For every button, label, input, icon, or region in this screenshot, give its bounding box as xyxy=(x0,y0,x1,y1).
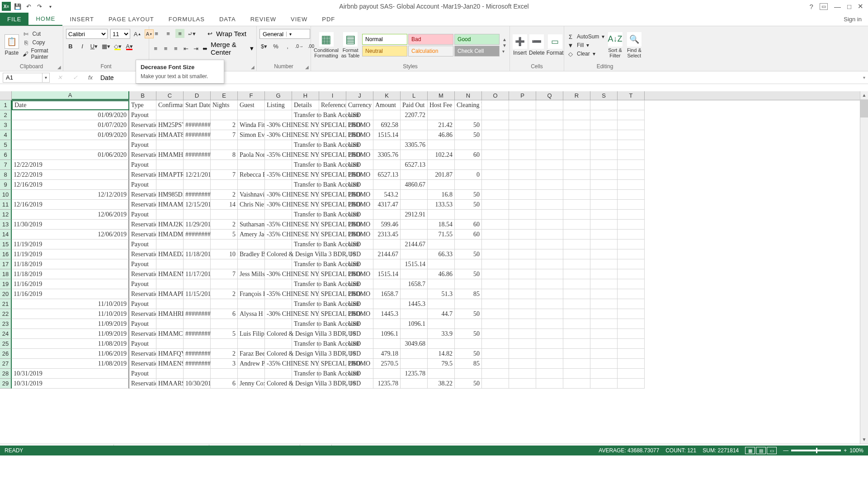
cell[interactable] xyxy=(618,309,645,319)
row-header-26[interactable]: 26 xyxy=(0,349,12,359)
row-header-2[interactable]: 2 xyxy=(0,110,12,120)
cell[interactable] xyxy=(482,289,509,299)
cell[interactable]: -30% CHINESE NY SPECIAL PROMO xyxy=(265,309,292,319)
cell[interactable] xyxy=(482,269,509,279)
cell[interactable]: 479.18 xyxy=(373,349,401,359)
cell[interactable] xyxy=(618,140,645,150)
cell[interactable] xyxy=(373,180,401,190)
cell[interactable]: HMAAPRK xyxy=(156,289,184,299)
cell[interactable]: Winda Fitr xyxy=(238,120,265,130)
cell[interactable] xyxy=(618,190,645,200)
cell[interactable]: Reservation xyxy=(129,379,156,389)
col-header-P[interactable]: P xyxy=(509,91,536,100)
cell[interactable]: 12/22/2019 xyxy=(12,160,129,170)
cell[interactable] xyxy=(401,329,428,339)
increase-font-button[interactable]: A▲ xyxy=(133,29,142,38)
cell[interactable] xyxy=(509,319,536,329)
cell[interactable] xyxy=(292,190,319,200)
cell[interactable] xyxy=(618,279,645,289)
cell[interactable]: Details xyxy=(292,100,319,110)
cell[interactable] xyxy=(455,180,482,190)
cell[interactable] xyxy=(482,170,509,180)
cell[interactable] xyxy=(292,249,319,259)
cell[interactable] xyxy=(211,339,238,349)
row-header-29[interactable]: 29 xyxy=(0,379,12,389)
cell[interactable]: -35% CHINESE NY SPECIAL PROMO xyxy=(265,230,292,239)
cell[interactable] xyxy=(590,239,618,249)
cell[interactable] xyxy=(265,210,292,220)
row-header-11[interactable]: 11 xyxy=(0,200,12,210)
select-all-corner[interactable] xyxy=(0,91,12,100)
cell[interactable]: HMAAM4S xyxy=(156,200,184,210)
cell[interactable]: 11/10/2019 xyxy=(12,299,129,309)
cell[interactable] xyxy=(292,130,319,140)
cell[interactable] xyxy=(428,339,455,349)
cell[interactable] xyxy=(455,259,482,269)
find-select-button[interactable]: 🔍Find & Select xyxy=(626,29,643,61)
row-header-25[interactable]: 25 xyxy=(0,339,12,349)
row-header-21[interactable]: 21 xyxy=(0,299,12,309)
cell[interactable]: Payout xyxy=(129,339,156,349)
cell[interactable] xyxy=(563,190,590,200)
zoom-level[interactable]: 100% xyxy=(849,447,863,454)
cell[interactable] xyxy=(590,299,618,309)
cell[interactable] xyxy=(536,210,563,220)
cell[interactable] xyxy=(590,210,618,220)
undo-icon[interactable]: ↶ xyxy=(24,2,33,10)
cell[interactable]: 12/15/201 xyxy=(184,200,211,210)
cell[interactable]: Guest xyxy=(238,100,265,110)
cell[interactable] xyxy=(509,210,536,220)
cell[interactable] xyxy=(536,120,563,130)
col-header-K[interactable]: K xyxy=(373,91,401,100)
cell[interactable] xyxy=(265,239,292,249)
cell[interactable] xyxy=(401,220,428,230)
cell[interactable] xyxy=(265,160,292,170)
cell[interactable] xyxy=(265,319,292,329)
cell[interactable] xyxy=(184,110,211,120)
cell[interactable]: 11/09/2019 xyxy=(12,319,129,329)
cell[interactable] xyxy=(373,319,401,329)
help-icon[interactable]: ? xyxy=(810,3,813,10)
cell[interactable] xyxy=(373,239,401,249)
col-header-N[interactable]: N xyxy=(455,91,482,100)
cell[interactable] xyxy=(536,190,563,200)
cell[interactable]: 12/12/2019 xyxy=(12,190,129,200)
cell[interactable] xyxy=(509,180,536,190)
maximize-icon[interactable]: □ xyxy=(847,3,851,10)
cell[interactable] xyxy=(238,369,265,379)
align-top-button[interactable]: ≡ xyxy=(152,29,161,38)
cell[interactable] xyxy=(509,369,536,379)
cell[interactable] xyxy=(211,279,238,289)
cell[interactable]: 01/06/2020 xyxy=(12,150,129,160)
cell[interactable] xyxy=(482,239,509,249)
cell[interactable]: 5 xyxy=(211,329,238,339)
cell[interactable] xyxy=(156,279,184,289)
cell[interactable] xyxy=(590,130,618,140)
cell[interactable] xyxy=(292,349,319,359)
cell[interactable]: Payout xyxy=(129,210,156,220)
cell[interactable]: 1445.3 xyxy=(401,299,428,309)
cell[interactable]: 85 xyxy=(455,289,482,299)
wrap-text-button[interactable]: ↩Wrap Text xyxy=(206,30,246,38)
cell[interactable]: 0 xyxy=(455,170,482,180)
cell[interactable] xyxy=(401,309,428,319)
cell[interactable] xyxy=(211,210,238,220)
row-header-28[interactable]: 28 xyxy=(0,369,12,379)
cell[interactable]: Reservation xyxy=(129,349,156,359)
cell[interactable]: HMAMCW xyxy=(156,329,184,339)
cell[interactable]: 3 xyxy=(211,359,238,369)
cell[interactable]: -30% CHINESE NY SPECIAL PROMO xyxy=(265,190,292,200)
cell[interactable]: 11/18/2019 xyxy=(12,259,129,269)
row-header-5[interactable]: 5 xyxy=(0,140,12,150)
dialog-launcher-icon[interactable]: ◢ xyxy=(251,65,255,70)
cell[interactable] xyxy=(428,239,455,249)
cell[interactable] xyxy=(563,349,590,359)
cell[interactable] xyxy=(509,110,536,120)
cell[interactable]: Reservation xyxy=(129,269,156,279)
cell[interactable] xyxy=(373,210,401,220)
cell[interactable] xyxy=(238,210,265,220)
cell[interactable] xyxy=(265,369,292,379)
cell[interactable]: Payout xyxy=(129,180,156,190)
cell[interactable]: 7 xyxy=(211,130,238,140)
cell[interactable] xyxy=(563,319,590,329)
